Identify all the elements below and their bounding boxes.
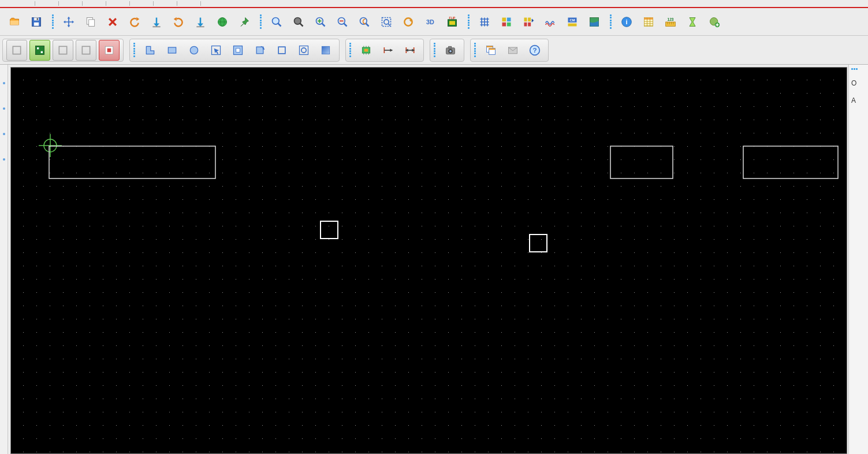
grid-pair-icon[interactable] — [519, 12, 538, 32]
svg-rect-44 — [59, 46, 66, 54]
globe-icon[interactable] — [213, 12, 232, 32]
info-icon[interactable]: i — [617, 12, 636, 32]
svg-rect-22 — [502, 22, 506, 26]
tool-gradient-icon[interactable] — [316, 40, 336, 60]
toolbar-panel-measure — [345, 39, 424, 62]
move-icon[interactable] — [59, 12, 79, 32]
layer-ghost1-icon[interactable] — [53, 40, 73, 61]
layer-back-icon[interactable] — [6, 40, 27, 61]
toolbar-group-file — [2, 10, 49, 34]
svg-rect-65 — [487, 46, 493, 47]
canvas-svg — [11, 68, 847, 453]
map-icon[interactable] — [584, 12, 604, 32]
right-panel: O A — [848, 65, 868, 454]
svg-rect-24 — [524, 17, 527, 21]
rect-small-2[interactable] — [530, 235, 547, 252]
svg-point-56 — [301, 47, 306, 52]
menu-bar-strip — [0, 0, 868, 8]
flip-board-icon[interactable]: FLIP — [442, 12, 462, 32]
zoom-search-icon[interactable] — [355, 12, 374, 32]
layer-front-icon[interactable] — [29, 40, 50, 61]
view-3d-icon[interactable]: 3D — [420, 12, 440, 32]
canvas-wrap — [8, 65, 848, 454]
rightpanel-handle[interactable] — [851, 68, 866, 70]
svg-rect-19 — [449, 21, 455, 25]
grid-color-icon[interactable] — [497, 12, 516, 32]
zoom-minus-icon[interactable] — [333, 12, 352, 32]
rect-mid-1[interactable] — [610, 146, 673, 178]
tool-rotate-icon[interactable] — [250, 40, 270, 60]
svg-text:123: 123 — [667, 17, 673, 21]
ruler-123-icon[interactable]: 123 — [661, 12, 680, 32]
svg-rect-45 — [82, 46, 90, 54]
toolbar-drag-handle[interactable] — [260, 12, 263, 32]
rect-mid-2[interactable] — [743, 146, 838, 178]
refresh-icon[interactable] — [398, 12, 418, 32]
grid-toggle-icon[interactable] — [475, 12, 494, 32]
redo-icon[interactable] — [169, 12, 188, 32]
content-row: O A — [0, 65, 868, 454]
mail-icon[interactable] — [503, 40, 523, 60]
zoom-area-icon[interactable] — [267, 12, 286, 32]
undo-icon[interactable] — [125, 12, 144, 32]
svg-rect-57 — [322, 46, 329, 54]
dim-left-icon[interactable] — [378, 40, 398, 60]
design-canvas[interactable] — [10, 67, 847, 454]
rightpanel-header: O — [851, 79, 866, 87]
camera-icon[interactable] — [441, 40, 460, 60]
svg-rect-55 — [300, 46, 308, 54]
tool-polygon-icon[interactable] — [140, 40, 160, 60]
toolbar-drag-handle[interactable] — [474, 40, 478, 60]
hourglass-icon[interactable] — [683, 12, 702, 32]
svg-text:3D: 3D — [426, 18, 434, 25]
dim-right-icon[interactable] — [400, 40, 420, 60]
layer-cm-icon[interactable]: CM — [562, 12, 582, 32]
tool-rectangle-icon[interactable] — [162, 40, 182, 60]
zoom-fit-icon[interactable] — [377, 12, 396, 32]
column-text-icon[interactable] — [639, 12, 658, 32]
layer-ghost2-icon[interactable] — [76, 40, 96, 61]
save-icon[interactable] — [27, 12, 46, 32]
svg-rect-23 — [507, 22, 511, 26]
svg-rect-30 — [568, 23, 577, 26]
rect-wide-left[interactable] — [49, 146, 215, 178]
toolbar-panel-shapes — [129, 39, 340, 62]
copy-icon[interactable] — [81, 12, 100, 32]
pin-icon[interactable] — [234, 12, 254, 32]
toolbar-drag-handle[interactable] — [52, 12, 55, 32]
windows-icon[interactable] — [481, 40, 501, 60]
svg-rect-1 — [34, 17, 39, 20]
tool-inset-icon[interactable] — [228, 40, 248, 60]
tool-pointer-icon[interactable] — [206, 40, 226, 60]
tool-circle-icon[interactable] — [184, 40, 204, 60]
svg-rect-43 — [41, 51, 43, 53]
open-folder-icon[interactable] — [5, 12, 24, 32]
svg-rect-36 — [666, 22, 676, 27]
toolbar-drag-handle[interactable] — [468, 12, 471, 32]
menu-bar-inner — [0, 1, 868, 6]
route-wave-icon[interactable] — [541, 12, 560, 32]
toolbar-drag-handle[interactable] — [434, 40, 437, 60]
svg-text:i: i — [625, 18, 627, 25]
delete-icon[interactable] — [103, 12, 122, 32]
tool-ring-icon[interactable] — [294, 40, 314, 60]
toolbar-drag-handle[interactable] — [610, 12, 613, 32]
zoom-out-icon[interactable] — [289, 12, 308, 32]
import-down-icon[interactable] — [147, 12, 166, 32]
svg-point-63 — [449, 50, 451, 52]
svg-rect-35 — [645, 17, 653, 19]
leftstrip-dot — [3, 158, 5, 161]
export-down-icon[interactable] — [191, 12, 210, 32]
chip-icon[interactable] — [356, 40, 376, 60]
svg-rect-2 — [34, 22, 39, 25]
add-circle-icon[interactable] — [705, 12, 724, 32]
rect-small-1[interactable] — [321, 221, 338, 239]
toolbar-drag-handle[interactable] — [133, 40, 137, 60]
layer-red-icon[interactable] — [99, 40, 120, 61]
svg-rect-67 — [489, 48, 496, 50]
toolbar-drag-handle[interactable] — [349, 40, 353, 60]
svg-rect-3 — [37, 18, 38, 20]
zoom-in-icon[interactable] — [311, 12, 330, 32]
help-icon[interactable]: ? — [525, 40, 545, 60]
tool-square-icon[interactable] — [272, 40, 292, 60]
